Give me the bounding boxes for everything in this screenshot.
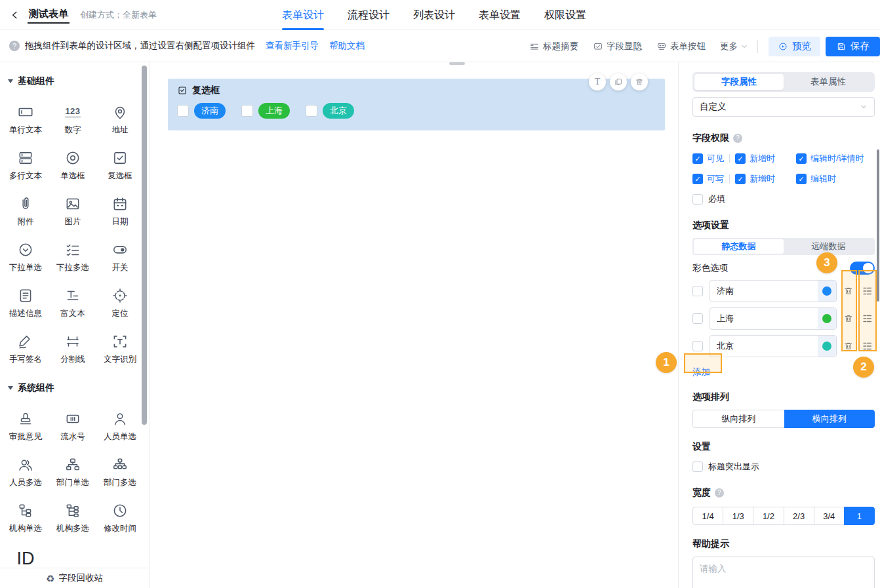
tab-form-settings[interactable]: 表单设置 (479, 0, 521, 30)
canvas-hscrollbar[interactable] (449, 62, 465, 65)
component-org-multi[interactable]: 机构多选 (49, 494, 96, 539)
perm-visible[interactable]: ✓可见 (692, 153, 724, 165)
component-attachment[interactable]: 附件 (2, 187, 49, 233)
width-1-4[interactable]: 1/4 (692, 507, 723, 525)
tab-list-design[interactable]: 列表设计 (413, 0, 455, 30)
option-jinan[interactable]: 济南 (177, 103, 226, 119)
component-signature[interactable]: 手写签名 (2, 324, 49, 370)
arrange-vertical-button[interactable]: 纵向排列 (692, 410, 784, 428)
option-beijing[interactable]: 北京 (306, 103, 354, 119)
help-circle-icon[interactable]: ? (715, 488, 724, 498)
component-org-single[interactable]: 机构单选 (2, 494, 49, 539)
perm-visible-on-create[interactable]: ✓新增时 (735, 153, 775, 165)
component-description[interactable]: 描述信息 (2, 279, 49, 324)
form-button-button[interactable]: 表单按钮 (656, 41, 706, 52)
checkbox-checked[interactable]: ✓ (692, 174, 703, 184)
component-multi-line-text[interactable]: 多行文本 (2, 141, 49, 187)
component-rich-text[interactable]: 富文本 (49, 279, 96, 324)
component-dropdown-multi[interactable]: 下拉多选 (49, 233, 96, 279)
checkbox-checked[interactable]: ✓ (735, 153, 746, 164)
component-serial-number[interactable]: 流水号 (49, 402, 96, 448)
option-checkbox[interactable] (177, 105, 189, 117)
option-checkbox[interactable] (306, 105, 317, 117)
component-number[interactable]: 123数字 (49, 95, 96, 141)
checkbox-unchecked[interactable] (692, 286, 703, 296)
width-2-3[interactable]: 2/3 (784, 507, 814, 525)
width-3-4[interactable]: 3/4 (814, 507, 845, 525)
selected-checkbox-field[interactable]: 复选框 济南 上海 北京 T (168, 79, 665, 130)
more-menu[interactable]: 更多 (720, 41, 748, 52)
option-checkbox[interactable] (241, 105, 253, 117)
width-1-2[interactable]: 1/2 (753, 507, 784, 525)
component-switch[interactable]: 开关 (96, 233, 144, 279)
guide-link[interactable]: 查看新手引导 (266, 40, 319, 52)
component-modified-time[interactable]: 修改时间 (96, 494, 144, 539)
tab-field-properties[interactable]: 字段属性 (694, 74, 784, 90)
field-recycle-bin[interactable]: ♻ 字段回收站 (0, 568, 149, 588)
section-basic-components[interactable]: 基础组件 (8, 75, 149, 87)
form-title[interactable]: 测试表单 (28, 7, 70, 24)
checkbox-unchecked[interactable] (692, 194, 703, 205)
component-address[interactable]: 地址 (96, 95, 144, 141)
width-1-3[interactable]: 1/3 (723, 507, 753, 525)
component-checkbox[interactable]: 复选框 (96, 141, 144, 187)
checkbox-unchecked[interactable] (692, 313, 703, 324)
help-circle-icon[interactable]: ? (733, 134, 742, 143)
delete-field-button[interactable] (631, 73, 648, 90)
number-123-icon: 123 (65, 103, 80, 121)
back-icon[interactable] (8, 8, 22, 22)
preview-button[interactable]: 预览 (769, 37, 820, 56)
option-input[interactable]: 上海 (710, 307, 837, 330)
component-dept-single[interactable]: 部门单选 (49, 448, 96, 494)
rename-field-button[interactable]: T (589, 73, 606, 90)
width-full[interactable]: 1 (844, 507, 875, 525)
color-swatch[interactable] (818, 308, 836, 329)
component-ocr[interactable]: 文字识别 (96, 324, 144, 370)
component-divider[interactable]: 分割线 (49, 324, 96, 370)
component-radio[interactable]: 单选框 (49, 141, 96, 187)
checkbox-unchecked[interactable] (692, 461, 703, 472)
checkbox-unchecked[interactable] (692, 341, 703, 351)
arrange-horizontal-button[interactable]: 横向排列 (784, 410, 875, 428)
tab-static-data[interactable]: 静态数据 (694, 239, 784, 254)
checkbox-checked[interactable]: ✓ (796, 174, 807, 184)
field-type-select[interactable]: 自定义 (692, 97, 875, 117)
checkbox-checked[interactable]: ✓ (692, 153, 703, 164)
component-dept-multi[interactable]: 部门多选 (96, 448, 144, 494)
save-button[interactable]: 保存 (826, 37, 880, 56)
component-member-multi[interactable]: 人员多选 (2, 448, 49, 494)
color-swatch[interactable] (818, 281, 836, 302)
field-visibility-button[interactable]: 字段显隐 (593, 41, 642, 52)
component-dropdown-single[interactable]: 下拉单选 (2, 233, 49, 279)
color-swatch[interactable] (818, 336, 836, 357)
tab-flow-design[interactable]: 流程设计 (348, 0, 390, 30)
checkbox-checked[interactable]: ✓ (735, 174, 746, 184)
component-single-line-text[interactable]: 单行文本 (2, 95, 49, 141)
section-system-components[interactable]: 系统组件 (8, 382, 149, 394)
component-approval-comment[interactable]: 审批意见 (2, 402, 49, 448)
sidebar-scrollbar[interactable] (142, 66, 147, 425)
form-canvas[interactable]: 复选框 济南 上海 北京 T (150, 62, 679, 588)
component-date[interactable]: 日期 (96, 187, 144, 233)
help-tip-textarea[interactable]: 请输入 0/100 (692, 557, 875, 588)
tab-form-design[interactable]: 表单设计 (282, 0, 324, 30)
checkbox-checked[interactable]: ✓ (796, 153, 807, 164)
option-shanghai[interactable]: 上海 (241, 103, 290, 119)
docs-link[interactable]: 帮助文档 (329, 40, 365, 52)
panel-scrollbar[interactable] (877, 149, 879, 302)
duplicate-field-button[interactable] (610, 73, 627, 90)
tab-remote-data[interactable]: 远端数据 (784, 239, 873, 254)
option-input[interactable]: 北京 (710, 335, 837, 357)
perm-writable-on-edit[interactable]: ✓编辑时 (796, 173, 836, 185)
option-input[interactable]: 济南 (710, 280, 837, 302)
component-location[interactable]: 定位 (96, 279, 144, 324)
perm-writable-on-create[interactable]: ✓新增时 (735, 173, 775, 185)
component-member-single[interactable]: 人员单选 (96, 402, 144, 448)
tab-permission-settings[interactable]: 权限设置 (544, 0, 586, 30)
tab-form-properties[interactable]: 表单属性 (784, 74, 873, 90)
perm-writable[interactable]: ✓可写 (692, 173, 724, 185)
component-image[interactable]: 图片 (49, 187, 96, 233)
perm-label: 编辑时/详情时 (810, 153, 864, 165)
perm-visible-on-edit-detail[interactable]: ✓编辑时/详情时 (796, 153, 864, 165)
title-summary-button[interactable]: 标题摘要 (529, 41, 578, 52)
